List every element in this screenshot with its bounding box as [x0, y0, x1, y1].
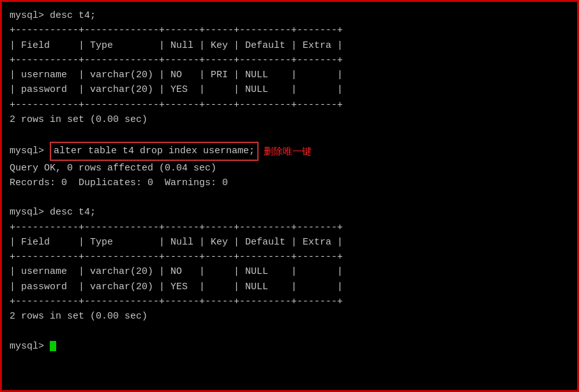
table-border-3: +-----------+-------------+------+-----+… [10, 98, 569, 112]
result-rows-2: 2 rows in set (0.00 sec) [10, 309, 569, 324]
terminal: mysql> desc t4; +-----------+-----------… [2, 2, 577, 390]
table-row-username-1: | username | varchar(20) | NO | PRI | NU… [10, 68, 569, 82]
terminal-cursor [50, 341, 56, 351]
query-ok: Query OK, 0 rows affected (0.04 sec) [10, 161, 569, 176]
blank-3 [10, 324, 569, 338]
final-prompt: mysql> [10, 339, 50, 354]
annotation-text: 删除唯一键 [264, 144, 312, 158]
table-border-4: +-----------+-------------+------+-----+… [10, 220, 569, 235]
table-border-1: +-----------+-------------+------+-----+… [10, 23, 569, 38]
highlighted-command: alter table t4 drop index username; [50, 142, 259, 160]
records-line: Records: 0 Duplicates: 0 Warnings: 0 [10, 176, 569, 190]
table-border-5: +-----------+-------------+------+-----+… [10, 250, 569, 264]
alter-command-line: mysql> alter table t4 drop index usernam… [10, 142, 569, 160]
table-row-password-2: | password | varchar(20) | YES | | NULL … [10, 280, 569, 294]
blank-2 [10, 190, 569, 205]
table-row-password-1: | password | varchar(20) | YES | | NULL … [10, 82, 569, 97]
blank-1 [10, 127, 569, 142]
prompt-label: mysql> [10, 144, 50, 158]
table-row-username-2: | username | varchar(20) | NO | | NULL |… [10, 264, 569, 279]
cmd-desc-t4-2: mysql> desc t4; [10, 205, 569, 220]
table-border-2: +-----------+-------------+------+-----+… [10, 53, 569, 68]
result-rows-1: 2 rows in set (0.00 sec) [10, 112, 569, 127]
cmd-desc-t4-1: mysql> desc t4; [10, 8, 569, 23]
cursor-line: mysql> [10, 339, 569, 354]
table-border-6: +-----------+-------------+------+-----+… [10, 294, 569, 309]
table-header-1: | Field | Type | Null | Key | Default | … [10, 38, 569, 53]
table-header-2: | Field | Type | Null | Key | Default | … [10, 235, 569, 250]
